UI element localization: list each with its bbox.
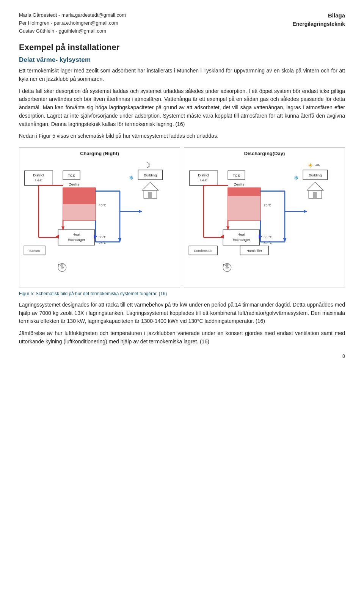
svg-text:Exchanger: Exchanger [67,238,85,242]
svg-text:❄: ❄ [129,175,134,181]
discharging-title: Discharging(Day) [187,151,342,156]
svg-text:☀: ☀ [308,161,313,169]
charging-diagram: Charging (Night) ☽ District Heat TCS Bui… [19,147,180,288]
svg-text:Building: Building [309,173,322,177]
svg-text:❄: ❄ [294,175,299,181]
author-1: Maria Gårdestedt - maria.gardestedt@gmai… [19,11,126,19]
paragraph-2: I detta fall sker desorption då systemet… [19,87,345,128]
svg-text:District: District [198,173,209,177]
svg-rect-12 [148,192,152,198]
svg-text:Condensate: Condensate [194,249,212,253]
svg-text:40°C: 40°C [99,203,107,207]
section-title: Exempel på installationer [19,42,345,52]
svg-text:☁: ☁ [315,161,320,167]
svg-text:District: District [33,173,44,177]
figure-caption: Figur 5: Schematisk bild på hur det term… [19,291,345,296]
bilaga-header: Bilaga Energilagringsteknik [293,11,345,28]
page-number: 8 [19,353,345,359]
bilaga-subtitle: Energilagringsteknik [293,20,345,28]
svg-text:⊕: ⊕ [60,265,64,270]
svg-text:⊕: ⊕ [225,265,229,270]
paragraph-5: Jämförelse av hur luftfuktigheten och te… [19,329,345,346]
author-3: Gustav Güthlein - gguthlein@gmail.com [19,27,126,35]
svg-text:Heat: Heat [200,178,208,182]
svg-text:TCS: TCS [68,173,75,178]
page-header: Maria Gårdestedt - maria.gardestedt@gmai… [19,11,345,35]
svg-text:Exchanger: Exchanger [232,238,250,242]
charging-title: Charging (Night) [22,151,177,156]
svg-rect-17 [63,204,96,220]
figure-5: Charging (Night) ☽ District Heat TCS Bui… [19,147,345,288]
svg-rect-16 [63,188,96,204]
svg-text:25°C: 25°C [264,203,271,207]
svg-text:65 °C: 65 °C [264,235,272,239]
paragraph-1: Ett termokemiskt lager med zeolit som ad… [19,67,345,83]
svg-rect-60 [228,188,260,196]
svg-text:Heat: Heat [237,232,245,236]
subsection-title: Delat värme- kylsystem [19,56,345,64]
bilaga-label: Bilaga [293,11,345,20]
svg-text:Humidifier: Humidifier [246,249,262,253]
charging-svg: ☽ District Heat TCS Building ❄ Zeolite [22,159,177,285]
paragraph-3: Nedan i Figur 5 visas en schematisk bild… [19,132,345,140]
svg-text:TCS: TCS [233,173,240,178]
discharging-diagram: Discharging(Day) ☀ ☁ District Heat TCS B… [184,147,345,288]
svg-rect-0 [22,159,177,285]
svg-rect-61 [228,196,260,220]
author-info: Maria Gårdestedt - maria.gardestedt@gmai… [19,11,126,35]
svg-rect-56 [313,192,317,198]
svg-text:Zeolite: Zeolite [234,183,244,186]
svg-text:Heat: Heat [35,178,43,182]
author-2: Per Holmgren - per.a.e.holmgren@gmail.co… [19,19,126,27]
paragraph-4: Lagringssystemet designades för att räck… [19,301,345,326]
svg-text:☽: ☽ [144,161,151,169]
svg-text:Steam: Steam [29,249,40,253]
svg-text:Zeolite: Zeolite [69,183,79,186]
discharging-svg: ☀ ☁ District Heat TCS Building ❄ [187,159,342,285]
svg-text:Heat: Heat [72,232,80,236]
svg-text:35°C: 35°C [99,235,107,239]
svg-rect-43 [187,159,342,285]
svg-text:Building: Building [144,173,157,177]
